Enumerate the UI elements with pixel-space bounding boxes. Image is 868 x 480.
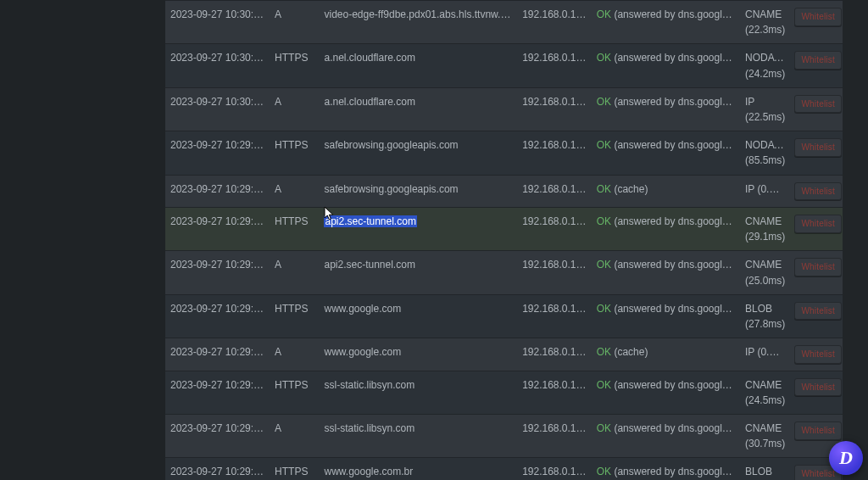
app-badge[interactable]: D [829, 441, 863, 475]
whitelist-button[interactable]: Whitelist [794, 421, 842, 440]
domain-text[interactable]: api2.sec-tunnel.com [324, 259, 415, 271]
dns-log-panel: 2023-09-27 10:30:04Avideo-edge-ff9dbe.pd… [165, 0, 843, 480]
table-row[interactable]: 2023-09-27 10:29:14HTTPSwww.google.com.b… [165, 458, 843, 480]
cell-domain[interactable]: video-edge-ff9dbe.pdx01.abs.hls.ttvnw.ne… [319, 1, 517, 44]
cell-record-type: HTTPS [270, 44, 319, 87]
cell-domain[interactable]: api2.sec-tunnel.com [319, 251, 517, 294]
cell-record-type: HTTPS [270, 371, 319, 414]
cell-action: Whitelist [789, 1, 843, 44]
cell-status: OK (answered by dns.google#53) [592, 251, 740, 294]
status-ok: OK [597, 259, 611, 271]
whitelist-button[interactable]: Whitelist [794, 51, 842, 70]
cell-record-type: A [270, 175, 319, 208]
cell-domain[interactable]: safebrowsing.googleapis.com [319, 131, 517, 175]
cell-action: Whitelist [789, 294, 843, 338]
status-detail: (answered by dns.google#53) [611, 259, 740, 271]
status-ok: OK [597, 139, 611, 151]
left-gutter [0, 0, 165, 480]
whitelist-button[interactable]: Whitelist [794, 8, 842, 26]
table-row[interactable]: 2023-09-27 10:30:03HTTPSa.nel.cloudflare… [165, 44, 843, 87]
cell-response: CNAME(24.5ms) [740, 371, 789, 414]
cell-response: NODATA(24.2ms) [740, 44, 789, 87]
status-detail: (answered by dns.google#53) [611, 8, 740, 20]
cell-domain[interactable]: a.nel.cloudflare.com [319, 87, 517, 131]
table-row[interactable]: 2023-09-27 10:29:14HTTPSwww.google.com19… [165, 294, 843, 338]
whitelist-button[interactable]: Whitelist [794, 182, 842, 201]
table-row[interactable]: 2023-09-27 10:29:26HTTPSapi2.sec-tunnel.… [165, 208, 843, 251]
whitelist-button[interactable]: Whitelist [794, 215, 842, 233]
cell-client-ip: 192.168.0.162 [517, 87, 592, 131]
domain-text[interactable]: safebrowsing.googleapis.com [324, 183, 458, 195]
whitelist-button[interactable]: Whitelist [794, 258, 842, 276]
cell-domain[interactable]: api2.sec-tunnel.com [319, 208, 517, 251]
table-row[interactable]: 2023-09-27 10:29:26Aapi2.sec-tunnel.com1… [165, 251, 843, 294]
whitelist-button[interactable]: Whitelist [794, 345, 842, 364]
cell-client-ip: 192.168.0.162 [517, 294, 592, 338]
response-latency: (29.1ms) [745, 230, 784, 243]
cell-action: Whitelist [789, 44, 843, 87]
table-row[interactable]: 2023-09-27 10:29:14Awww.google.com192.16… [165, 338, 843, 371]
domain-text[interactable]: safebrowsing.googleapis.com [324, 139, 458, 151]
domain-text[interactable]: ssl-static.libsyn.com [324, 422, 415, 434]
cell-status: OK (answered by dns.google#53) [592, 131, 740, 175]
cell-domain[interactable]: www.google.com.br [319, 458, 517, 480]
status-ok: OK [597, 96, 611, 108]
cell-record-type: A [270, 1, 319, 44]
status-ok: OK [597, 466, 611, 477]
cell-client-ip: 192.168.0.162 [517, 338, 592, 371]
domain-text[interactable]: www.google.com [324, 346, 401, 358]
status-detail: (answered by dns.google#53) [611, 379, 740, 391]
table-row[interactable]: 2023-09-27 10:29:58HTTPSsafebrowsing.goo… [165, 131, 843, 175]
cell-status: OK (answered by dns.google#53) [592, 415, 740, 458]
cell-domain[interactable]: ssl-static.libsyn.com [319, 371, 517, 414]
cell-record-type: HTTPS [270, 294, 319, 338]
cell-domain[interactable]: www.google.com [319, 294, 517, 338]
cell-action: Whitelist [789, 338, 843, 371]
cell-status: OK (answered by dns.google#53) [592, 458, 740, 480]
whitelist-button[interactable]: Whitelist [794, 138, 842, 157]
domain-text[interactable]: a.nel.cloudflare.com [324, 52, 415, 64]
cell-response: IP (0.0ms) [740, 338, 789, 371]
app-badge-letter: D [839, 447, 853, 469]
domain-text[interactable]: a.nel.cloudflare.com [324, 96, 415, 108]
cell-timestamp: 2023-09-27 10:30:03 [165, 87, 270, 131]
table-row[interactable]: 2023-09-27 10:30:04Avideo-edge-ff9dbe.pd… [165, 1, 843, 44]
status-ok: OK [597, 422, 611, 434]
table-row[interactable]: 2023-09-27 10:30:03Aa.nel.cloudflare.com… [165, 87, 843, 131]
cell-response: BLOB(19.8ms) [740, 458, 789, 480]
status-detail: (answered by dns.google#53) [611, 303, 740, 315]
cell-record-type: A [270, 251, 319, 294]
status-ok: OK [597, 183, 611, 195]
cell-timestamp: 2023-09-27 10:29:14 [165, 294, 270, 338]
cell-domain[interactable]: www.google.com [319, 338, 517, 371]
whitelist-button[interactable]: Whitelist [794, 302, 842, 321]
domain-text[interactable]: ssl-static.libsyn.com [324, 379, 415, 391]
table-row[interactable]: 2023-09-27 10:29:58Asafebrowsing.googlea… [165, 175, 843, 208]
cell-response: CNAME(30.7ms) [740, 415, 789, 458]
domain-text[interactable]: www.google.com [324, 303, 401, 315]
cell-timestamp: 2023-09-27 10:30:03 [165, 44, 270, 87]
cell-response: CNAME(25.0ms) [740, 251, 789, 294]
status-detail: (cache) [611, 183, 648, 195]
cell-record-type: HTTPS [270, 131, 319, 175]
cell-status: OK (answered by dns.google#53) [592, 208, 740, 251]
response-latency: (22.3ms) [745, 23, 784, 36]
whitelist-button[interactable]: Whitelist [794, 95, 842, 114]
cell-record-type: A [270, 338, 319, 371]
domain-text[interactable]: api2.sec-tunnel.com [324, 215, 416, 227]
whitelist-button[interactable]: Whitelist [794, 378, 842, 397]
cell-client-ip: 192.168.0.162 [517, 208, 592, 251]
table-row[interactable]: 2023-09-27 10:29:14Assl-static.libsyn.co… [165, 415, 843, 458]
cell-domain[interactable]: a.nel.cloudflare.com [319, 44, 517, 87]
cell-action: Whitelist [789, 251, 843, 294]
cell-record-type: HTTPS [270, 458, 319, 480]
cell-status: OK (answered by dns.google#53) [592, 371, 740, 414]
status-detail: (answered by dns.google#53) [611, 52, 740, 64]
cell-response: IP(22.5ms) [740, 87, 789, 131]
cell-domain[interactable]: ssl-static.libsyn.com [319, 415, 517, 458]
cell-client-ip: 192.168.0.162 [517, 44, 592, 87]
domain-text[interactable]: video-edge-ff9dbe.pdx01.abs.hls.ttvnw.ne… [324, 8, 515, 20]
domain-text[interactable]: www.google.com.br [324, 466, 413, 477]
cell-domain[interactable]: safebrowsing.googleapis.com [319, 175, 517, 208]
table-row[interactable]: 2023-09-27 10:29:14HTTPSssl-static.libsy… [165, 371, 843, 414]
